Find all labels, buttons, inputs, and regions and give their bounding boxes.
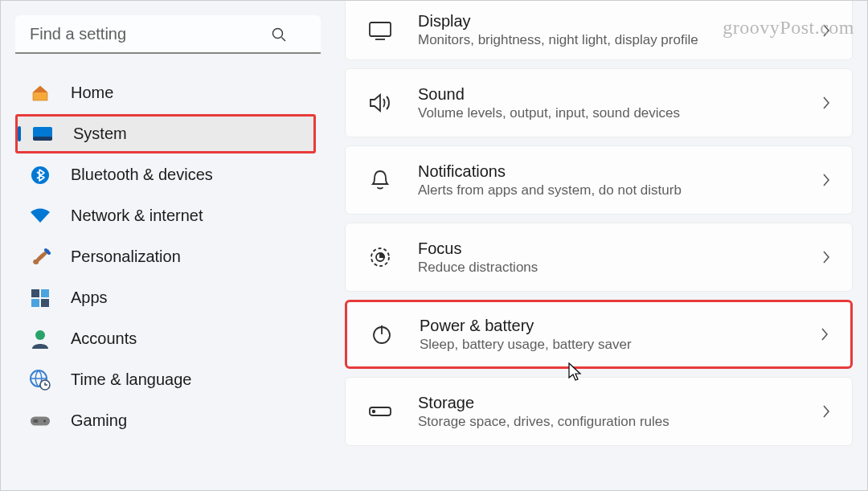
settings-item-focus[interactable]: Focus Reduce distractions — [345, 223, 853, 292]
gamepad-icon — [30, 411, 51, 432]
sidebar-item-label: Gaming — [71, 411, 127, 430]
chevron-right-icon — [821, 249, 831, 265]
card-subtitle: Sleep, battery usage, battery saver — [420, 337, 820, 353]
sidebar-item-time-language[interactable]: Time & language — [15, 360, 316, 399]
svg-point-23 — [373, 411, 375, 413]
chevron-right-icon — [821, 23, 831, 39]
sidebar-item-accounts[interactable]: Accounts — [15, 319, 316, 358]
settings-item-sound[interactable]: Sound Volume levels, output, input, soun… — [345, 68, 853, 137]
sidebar-item-bluetooth[interactable]: Bluetooth & devices — [15, 155, 316, 194]
bluetooth-icon — [30, 165, 51, 186]
svg-rect-8 — [41, 299, 49, 307]
card-text: Focus Reduce distractions — [418, 239, 821, 276]
card-subtitle: Volume levels, output, input, sound devi… — [418, 105, 821, 121]
settings-item-power-battery[interactable]: Power & battery Sleep, battery usage, ba… — [345, 300, 853, 369]
card-text: Notifications Alerts from apps and syste… — [418, 162, 821, 198]
chevron-right-icon — [821, 172, 831, 188]
card-title: Storage — [418, 394, 821, 412]
card-text: Sound Volume levels, output, input, soun… — [418, 85, 821, 121]
settings-item-display[interactable]: Display Monitors, brightness, night ligh… — [345, 1, 853, 60]
display-icon — [366, 21, 394, 40]
bell-icon — [366, 169, 394, 191]
search-icon[interactable] — [271, 27, 287, 43]
sidebar-item-network[interactable]: Network & internet — [15, 196, 316, 235]
svg-point-0 — [273, 29, 283, 39]
sound-icon — [366, 92, 394, 113]
card-subtitle: Storage space, drives, configuration rul… — [418, 414, 821, 430]
sidebar-item-personalization[interactable]: Personalization — [15, 237, 316, 276]
chevron-right-icon — [821, 403, 831, 419]
svg-rect-6 — [41, 289, 49, 297]
sidebar-item-system[interactable]: System — [15, 114, 316, 153]
sidebar: Home System Bluetooth & devices Network … — [1, 1, 330, 490]
card-text: Storage Storage space, drives, configura… — [418, 394, 821, 430]
card-text: Power & battery Sleep, battery usage, ba… — [420, 317, 820, 353]
sidebar-item-label: Apps — [71, 288, 108, 307]
settings-item-storage[interactable]: Storage Storage space, drives, configura… — [345, 377, 853, 446]
paintbrush-icon — [30, 247, 51, 268]
card-subtitle: Reduce distractions — [418, 260, 821, 276]
chevron-right-icon — [821, 95, 831, 111]
card-title: Focus — [418, 239, 821, 258]
nav-list: Home System Bluetooth & devices Network … — [15, 73, 316, 440]
svg-rect-12 — [31, 416, 50, 425]
card-subtitle: Alerts from apps and system, do not dist… — [418, 182, 821, 198]
svg-line-1 — [282, 38, 286, 42]
apps-icon — [30, 288, 51, 309]
svg-rect-3 — [33, 137, 52, 141]
svg-rect-5 — [31, 289, 39, 297]
search-wrap — [15, 15, 316, 54]
svg-rect-15 — [34, 419, 39, 423]
card-title: Notifications — [418, 162, 821, 181]
person-icon — [30, 329, 51, 350]
power-icon — [368, 323, 395, 346]
svg-rect-16 — [370, 23, 391, 36]
focus-icon — [366, 246, 394, 268]
svg-point-14 — [43, 419, 46, 422]
card-title: Display — [418, 12, 821, 31]
home-icon — [30, 83, 51, 104]
sidebar-item-label: Accounts — [71, 329, 137, 348]
sidebar-item-label: System — [73, 125, 127, 143]
sidebar-item-label: Time & language — [71, 370, 191, 389]
sidebar-item-apps[interactable]: Apps — [15, 278, 316, 317]
sidebar-item-gaming[interactable]: Gaming — [15, 401, 316, 440]
card-subtitle: Monitors, brightness, night light, displ… — [418, 32, 821, 48]
wifi-icon — [30, 206, 51, 227]
sidebar-item-label: Personalization — [71, 248, 181, 266]
card-text: Display Monitors, brightness, night ligh… — [418, 12, 821, 48]
settings-item-notifications[interactable]: Notifications Alerts from apps and syste… — [345, 145, 853, 215]
sidebar-item-label: Home — [71, 84, 113, 102]
card-title: Power & battery — [420, 317, 820, 335]
svg-rect-7 — [31, 299, 39, 307]
chevron-right-icon — [820, 326, 829, 342]
sidebar-item-label: Network & internet — [71, 207, 203, 225]
system-icon — [32, 124, 53, 145]
main-content: Display Monitors, brightness, night ligh… — [330, 1, 867, 490]
card-title: Sound — [418, 85, 821, 104]
globe-clock-icon — [30, 370, 51, 391]
sidebar-item-home[interactable]: Home — [15, 73, 316, 113]
sidebar-item-label: Bluetooth & devices — [71, 166, 213, 184]
svg-point-9 — [35, 330, 45, 340]
storage-icon — [366, 404, 394, 419]
